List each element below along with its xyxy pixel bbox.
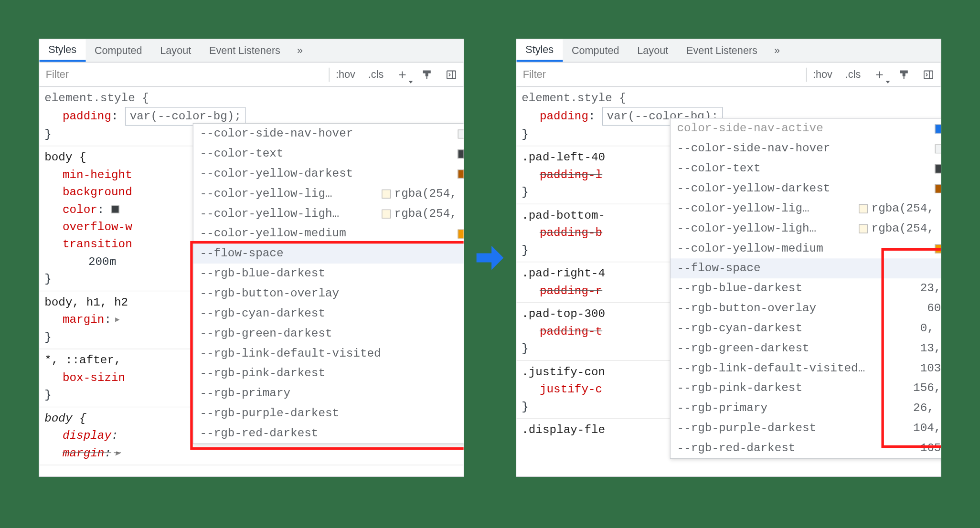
expand-icon[interactable]: ▸ xyxy=(111,313,123,326)
property: padding-b xyxy=(540,226,602,239)
autocomplete-dropdown[interactable]: --color-side-nav-hover#f1f3f4--color-tex… xyxy=(193,123,464,444)
styles-toolbar: :hov .cls xyxy=(516,63,940,87)
value: 200m xyxy=(88,255,116,268)
dropdown-item[interactable]: --color-yellow-ligh…rgba(254, 247, 22… xyxy=(193,204,464,224)
tabs-bar: Styles Computed Layout Event Listeners » xyxy=(516,39,940,63)
dropdown-item[interactable]: --rgb-button-overlay60, 64, 67 xyxy=(671,298,941,318)
dropdown-item[interactable]: --rgb-pink-darkest156, 22, 107 xyxy=(671,378,941,398)
tab-event-listeners[interactable]: Event Listeners xyxy=(677,39,767,62)
dropdown-item[interactable]: --rgb-link-default-visited…103, 29, 1… xyxy=(671,359,941,379)
cls-toggle[interactable]: .cls xyxy=(839,63,867,86)
property: padding-r xyxy=(540,284,602,297)
dropdown-item[interactable]: --rgb-blue-darkest xyxy=(193,264,464,284)
dropdown-item[interactable]: --rgb-link-default-visited xyxy=(193,344,464,364)
dropdown-item[interactable]: --rgb-green-darkest xyxy=(193,324,464,344)
cls-toggle[interactable]: .cls xyxy=(362,63,390,86)
dropdown-item[interactable]: --flow-space2rem xyxy=(671,258,941,278)
plus-icon xyxy=(873,69,885,80)
dropdown-item[interactable]: --color-yellow-lig…rgba(254, 247, 22… xyxy=(193,184,464,204)
computed-panel-toggle[interactable] xyxy=(439,63,463,86)
dropdown-item[interactable]: --color-yellow-lig…rgba(254, 247, 22… xyxy=(671,199,941,219)
dropdown-item[interactable]: --rgb-pink-darkest xyxy=(193,363,464,383)
property: box-sizin xyxy=(63,371,125,384)
tab-layout[interactable]: Layout xyxy=(628,39,677,62)
dropdown-item[interactable]: --color-yellow-medium#f29900 xyxy=(193,223,464,243)
filter-input[interactable] xyxy=(39,63,329,86)
new-style-rule-button[interactable] xyxy=(390,63,415,86)
autocomplete-dropdown[interactable]: color-side-nav-active#1a73e8--color-side… xyxy=(670,118,941,459)
selector: element.style { xyxy=(44,90,458,107)
dropdown-item[interactable]: --rgb-red-darkest165, 14, 14 xyxy=(671,438,941,458)
dropdown-item[interactable]: --rgb-blue-darkest23, 78, 166 xyxy=(671,278,941,298)
selector: element.style { xyxy=(522,90,936,107)
hov-toggle[interactable]: :hov xyxy=(807,63,839,86)
plus-icon xyxy=(396,69,408,80)
property: padding-l xyxy=(540,168,602,181)
styles-content: element.style { padding: var(--color-bg)… xyxy=(516,87,940,476)
property: background xyxy=(63,186,132,199)
property: margin xyxy=(63,313,104,326)
tab-computed[interactable]: Computed xyxy=(563,39,628,62)
svg-rect-0 xyxy=(447,71,456,78)
dropdown-item[interactable]: --rgb-primary26, 115, 232 xyxy=(671,398,941,418)
color-swatch[interactable] xyxy=(111,206,119,213)
property: min-height xyxy=(63,168,132,181)
property: padding xyxy=(540,110,588,123)
tab-styles[interactable]: Styles xyxy=(516,39,563,62)
property: padding xyxy=(63,110,111,123)
dropdown-item[interactable]: --rgb-cyan-darkest0, 122, 131 xyxy=(671,318,941,338)
tab-layout[interactable]: Layout xyxy=(151,39,200,62)
new-style-rule-button[interactable] xyxy=(867,63,892,86)
property: color xyxy=(63,203,97,216)
expand-icon[interactable]: ▸ xyxy=(111,447,123,460)
property: overflow-w xyxy=(63,221,132,233)
styles-toolbar: :hov .cls xyxy=(39,63,463,87)
dropdown-item[interactable]: --color-yellow-darkest#b05a00 xyxy=(193,164,464,184)
dropdown-item[interactable]: --color-yellow-medium#f29900 xyxy=(671,239,941,259)
tabs-bar: Styles Computed Layout Event Listeners » xyxy=(39,39,463,63)
dropdown-item[interactable]: --color-text#3c4043 xyxy=(671,158,941,179)
dropdown-item[interactable]: --rgb-button-overlay xyxy=(193,284,464,304)
dropdown-item[interactable]: --rgb-red-darkest xyxy=(193,423,464,444)
tabs-overflow-icon[interactable]: » xyxy=(767,40,788,62)
dropdown-item[interactable]: --rgb-purple-darkest xyxy=(193,403,464,423)
dropdown-item[interactable]: --rgb-green-darkest13, 101, 45 xyxy=(671,338,941,359)
dropdown-item[interactable]: --rgb-primary xyxy=(193,383,464,403)
styles-content: element.style { padding: var(--color-bg)… xyxy=(39,87,463,476)
tabs-overflow-icon[interactable]: » xyxy=(289,40,310,62)
dropdown-item[interactable]: --color-yellow-ligh…rgba(254, 247, 22… xyxy=(671,219,941,239)
dropdown-item[interactable]: --color-side-nav-hover#f1f3f4 xyxy=(193,124,464,144)
sidebar-collapse-icon xyxy=(446,69,457,80)
property: padding-t xyxy=(540,325,602,338)
sidebar-collapse-icon xyxy=(923,69,934,80)
tab-styles[interactable]: Styles xyxy=(39,39,85,62)
property: margin xyxy=(63,447,104,460)
dropdown-item[interactable]: --color-side-nav-hover#f1f3f4 xyxy=(671,138,941,158)
dropdown-item[interactable]: color-side-nav-active#1a73e8 xyxy=(671,118,941,138)
hov-toggle[interactable]: :hov xyxy=(330,63,362,86)
property: display xyxy=(63,429,111,442)
dropdown-item[interactable]: --color-text#3c4043 xyxy=(193,144,464,164)
arrow-right-icon xyxy=(472,240,508,276)
tab-event-listeners[interactable]: Event Listeners xyxy=(200,39,289,62)
dropdown-item[interactable]: --rgb-purple-darkest104, 29, 168 xyxy=(671,418,941,438)
property: justify-c xyxy=(540,383,602,396)
tab-computed[interactable]: Computed xyxy=(85,39,151,62)
filter-input[interactable] xyxy=(516,63,806,86)
brush-icon xyxy=(898,69,910,80)
dropdown-item[interactable]: --rgb-cyan-darkest xyxy=(193,304,464,324)
arrow-container xyxy=(464,39,516,477)
devtools-panel-after: Styles Computed Layout Event Listeners »… xyxy=(516,39,941,477)
property: transition xyxy=(63,238,132,251)
brush-icon xyxy=(421,69,433,80)
paint-brush-button[interactable] xyxy=(415,63,439,86)
svg-rect-1 xyxy=(924,71,933,78)
computed-panel-toggle[interactable] xyxy=(916,63,940,86)
dropdown-item[interactable]: --flow-space xyxy=(193,243,464,264)
paint-brush-button[interactable] xyxy=(892,63,916,86)
dropdown-item[interactable]: --color-yellow-darkest#b05a00 xyxy=(671,179,941,199)
devtools-panel-before: Styles Computed Layout Event Listeners »… xyxy=(39,39,464,477)
